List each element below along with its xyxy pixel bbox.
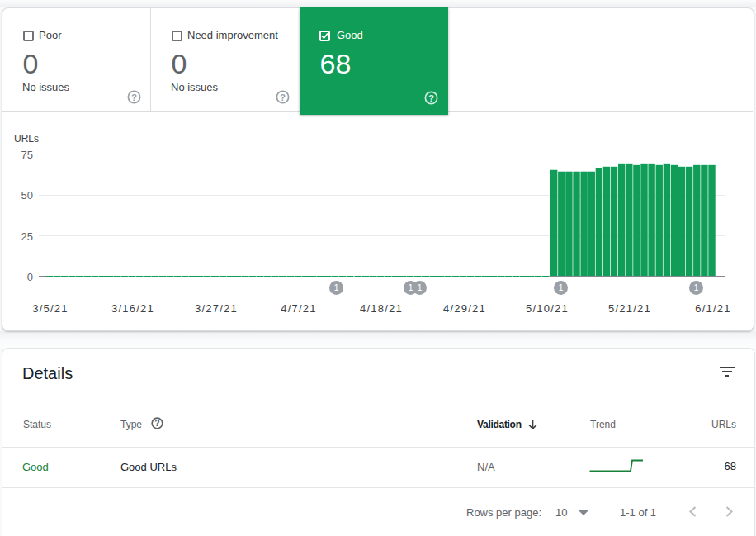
svg-text:?: ? (428, 92, 433, 102)
svg-text:?: ? (154, 418, 159, 428)
svg-text:?: ? (279, 92, 285, 102)
svg-text:?: ? (130, 92, 136, 102)
